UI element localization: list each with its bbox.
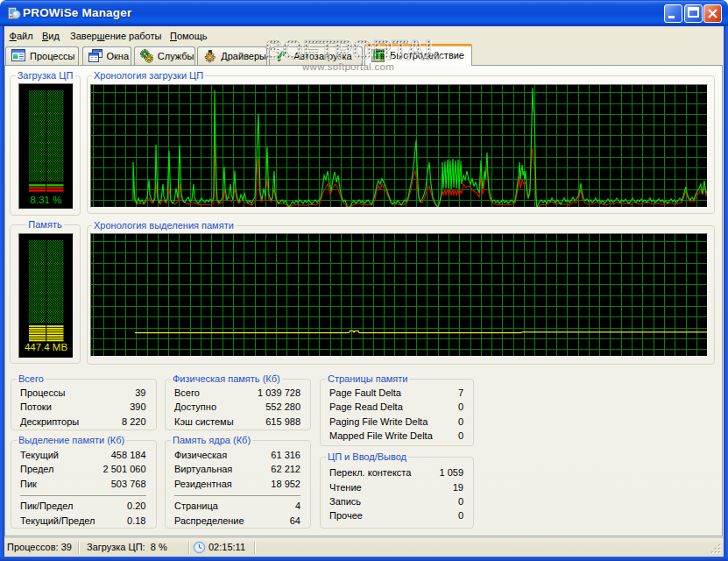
svg-text:447.4 MB: 447.4 MB (25, 342, 68, 352)
svg-text:8.31 %: 8.31 % (31, 195, 62, 205)
